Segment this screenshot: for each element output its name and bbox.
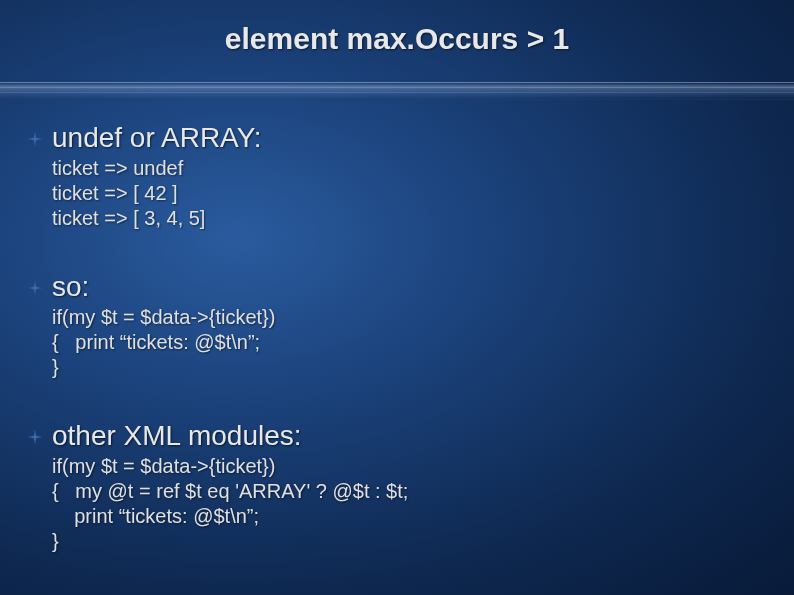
code-block: if(my $t = $data->{ticket}) { my @t = re… xyxy=(50,454,794,554)
section-heading: undef or ARRAY: xyxy=(50,122,794,154)
svg-marker-1 xyxy=(28,281,42,295)
slide-title: element max.Occurs > 1 xyxy=(0,0,794,56)
svg-marker-2 xyxy=(28,430,42,444)
bullet-section: so: if(my $t = $data->{ticket}) { print … xyxy=(50,271,794,380)
slide-content: undef or ARRAY: ticket => undef ticket =… xyxy=(0,100,794,554)
section-heading: other XML modules: xyxy=(50,420,794,452)
bullet-section: undef or ARRAY: ticket => undef ticket =… xyxy=(50,122,794,231)
svg-marker-0 xyxy=(28,132,42,146)
title-divider xyxy=(0,82,794,100)
code-block: if(my $t = $data->{ticket}) { print “tic… xyxy=(50,305,794,380)
bullet-section: other XML modules: if(my $t = $data->{ti… xyxy=(50,420,794,554)
section-heading: so: xyxy=(50,271,794,303)
star-bullet-icon xyxy=(28,132,42,146)
code-block: ticket => undef ticket => [ 42 ] ticket … xyxy=(50,156,794,231)
star-bullet-icon xyxy=(28,281,42,295)
star-bullet-icon xyxy=(28,430,42,444)
